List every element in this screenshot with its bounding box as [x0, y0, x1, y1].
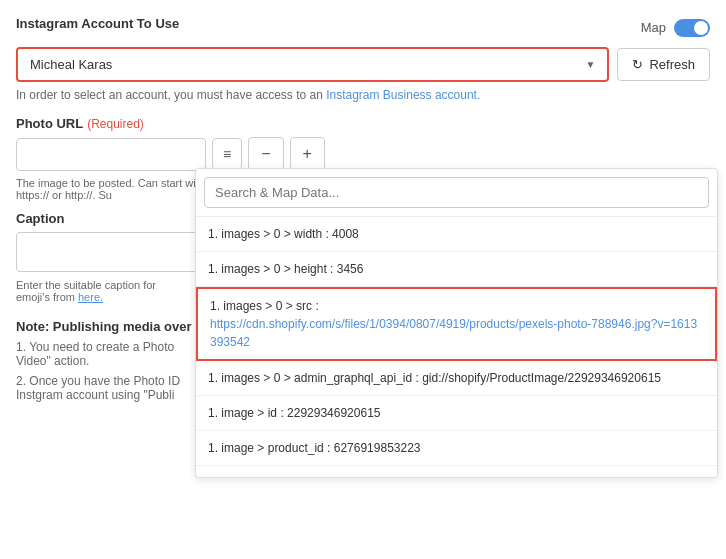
account-dropdown[interactable]: Micheal Karas ▼	[16, 47, 609, 82]
dropdown-item[interactable]: 1. image > product_id : 6276919853223	[196, 431, 717, 466]
map-label: Map	[641, 20, 666, 35]
hamburger-icon: ≡	[223, 146, 231, 162]
dropdown-item[interactable]: 1. image > id : 22929346920615	[196, 396, 717, 431]
hamburger-button[interactable]: ≡	[212, 138, 242, 170]
caption-section: Caption Enter the suitable caption for e…	[16, 211, 206, 303]
dropdown-list: 1. images > 0 > width : 40081. images > …	[196, 217, 717, 477]
caption-info: Enter the suitable caption for emoji's f…	[16, 279, 206, 303]
section-title: Instagram Account To Use	[16, 16, 179, 31]
note-section: Note: Publishing media over I 1. You nee…	[16, 319, 206, 402]
account-name: Micheal Karas	[30, 57, 112, 72]
note-label: Note: Publishing media over I	[16, 319, 206, 334]
account-info-text: In order to select an account, you must …	[16, 88, 710, 102]
refresh-button[interactable]: ↻ Refresh	[617, 48, 710, 81]
required-tag: (Required)	[87, 117, 144, 131]
dropdown-item[interactable]: 1. images > 0 > width : 4008	[196, 217, 717, 252]
photo-url-row: ≡ − +	[16, 137, 206, 171]
refresh-label: Refresh	[649, 57, 695, 72]
refresh-icon: ↻	[632, 57, 643, 72]
dropdown-item[interactable]: 1. image > position : 1	[196, 466, 717, 477]
left-column: Photo URL(Required) ≡ − + The image to b…	[16, 116, 206, 408]
photo-url-label: Photo URL(Required)	[16, 116, 206, 131]
plus-button[interactable]: +	[290, 137, 325, 171]
search-dropdown: 1. images > 0 > width : 40081. images > …	[195, 168, 718, 478]
photo-url-info: The image to be posted. Can start with h…	[16, 177, 206, 201]
instagram-business-link[interactable]: Instagram Business account.	[326, 88, 480, 102]
dropdown-item[interactable]: 1. images > 0 > height : 3456	[196, 252, 717, 287]
search-wrapper	[196, 169, 717, 217]
caption-input[interactable]	[16, 232, 206, 272]
account-select-row: Micheal Karas ▼ ↻ Refresh	[16, 47, 710, 82]
minus-button[interactable]: −	[248, 137, 283, 171]
note-item-2: 2. Once you have the Photo ID Instgram a…	[16, 374, 206, 402]
dropdown-item[interactable]: 1. images > 0 > admin_graphql_api_id : g…	[196, 361, 717, 396]
minus-icon: −	[261, 145, 270, 163]
chevron-down-icon: ▼	[586, 59, 596, 70]
note-item-1: 1. You need to create a Photo Video" act…	[16, 340, 206, 368]
section-header: Instagram Account To Use Map	[16, 16, 710, 39]
map-toggle[interactable]	[674, 19, 710, 37]
emoji-link[interactable]: here.	[78, 291, 103, 303]
photo-url-input[interactable]	[16, 138, 206, 171]
map-toggle-area: Map	[641, 19, 710, 37]
plus-icon: +	[303, 145, 312, 163]
search-input[interactable]	[204, 177, 709, 208]
caption-label: Caption	[16, 211, 206, 226]
dropdown-item[interactable]: 1. images > 0 > src :https://cdn.shopify…	[196, 287, 717, 361]
